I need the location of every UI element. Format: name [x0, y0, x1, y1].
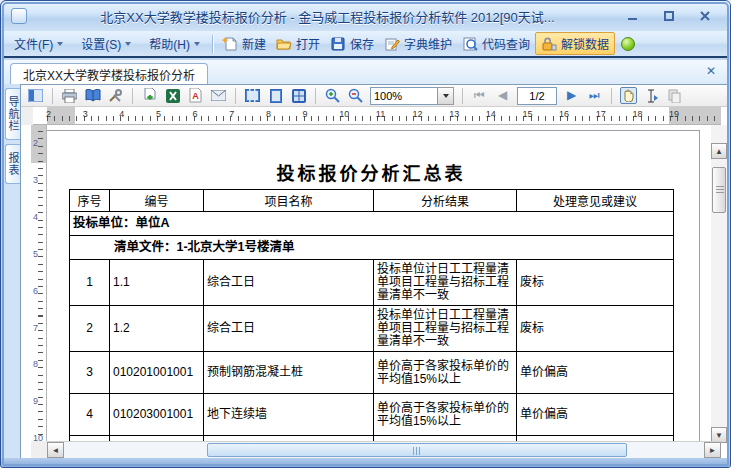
cell-seq: 1	[70, 260, 110, 306]
code-query-button[interactable]: 代码查询	[457, 33, 535, 54]
print-icon[interactable]	[61, 87, 78, 104]
table-row: 3 010201001001 预制钢筋混凝土桩 单价高于各家投标单价的平均值15…	[70, 352, 674, 394]
next-page-icon[interactable]: ▶	[563, 87, 580, 104]
ruler-number: 3	[83, 109, 88, 119]
last-page-icon[interactable]: ⏭	[586, 87, 603, 104]
code-query-label: 代码查询	[482, 35, 530, 52]
page-indicator-input[interactable]	[517, 87, 557, 105]
new-document-icon	[222, 36, 238, 52]
ruler-number: 9	[303, 109, 308, 119]
cell-suggestion: 废标	[517, 260, 674, 306]
scroll-up-icon[interactable]: ▲	[711, 143, 727, 159]
ruler-number: 13	[449, 109, 459, 119]
report-page: 投标报价分析汇总表 序号 编号 项目名称 分析结果 处理意见或建议	[47, 130, 700, 443]
menu-settings[interactable]: 设置(S)	[73, 32, 139, 55]
menu-help-label: 帮助(H)	[149, 35, 190, 52]
toolbar-separator	[132, 88, 133, 104]
tab-report-label: 北京XX大学教学楼投标报价分析	[23, 66, 195, 83]
table-header-row: 序号 编号 项目名称 分析结果 处理意见或建议	[70, 190, 674, 212]
thumb-grip	[716, 186, 724, 194]
sidebar-tab-navigation-label: 导航栏	[5, 96, 21, 132]
whole-page-view-icon[interactable]	[244, 87, 261, 104]
sidebar-tab-report-label: 报表	[5, 152, 21, 176]
zoom-input[interactable]	[370, 87, 438, 105]
list-file-group-label: 清单文件：1-北京大学1号楼清单	[70, 236, 674, 260]
multi-page-view-icon[interactable]	[290, 87, 307, 104]
scroll-left-icon[interactable]: ◄	[47, 442, 64, 458]
open-button[interactable]: 打开	[271, 33, 325, 54]
unlock-data-label: 解锁数据	[561, 35, 609, 52]
minimize-button[interactable]	[622, 8, 644, 24]
menu-help[interactable]: 帮助(H)	[141, 32, 208, 55]
cell-suggestion: 单价偏高	[517, 394, 674, 436]
options-tools-icon[interactable]	[107, 87, 124, 104]
cell-name: 预制钢筋混凝土桩	[204, 352, 374, 394]
copy-icon[interactable]	[666, 87, 683, 104]
window-bottom-border	[1, 458, 731, 467]
zoom-out-icon[interactable]	[347, 87, 364, 104]
list-file-group-row: 清单文件：1-北京大学1号楼清单	[70, 236, 674, 260]
ruler-number: 17	[596, 109, 606, 119]
vertical-scroll-thumb[interactable]	[712, 167, 726, 213]
prev-page-icon[interactable]: ◀	[494, 87, 511, 104]
page-view-icon[interactable]	[267, 87, 284, 104]
menu-file[interactable]: 文件(F)	[6, 32, 71, 55]
main-area: 导航栏 报表	[4, 84, 729, 459]
close-tab-icon[interactable]: ✕	[703, 63, 719, 79]
horizontal-scrollbar[interactable]: ◄ ►	[47, 441, 721, 458]
vertical-scrollbar[interactable]: ▲ ▼	[711, 125, 727, 443]
new-button[interactable]: 新建	[217, 33, 271, 54]
chevron-down-icon	[125, 42, 131, 46]
side-tab-strip: 导航栏 报表	[4, 84, 20, 459]
print-preview-panel: A	[20, 84, 729, 459]
send-mail-icon[interactable]	[210, 87, 227, 104]
menu-toolbar: 文件(F) 设置(S) 帮助(H) 新建 打开	[4, 31, 729, 58]
cell-seq: 2	[70, 306, 110, 352]
dictionary-maintain-button[interactable]: 字典维护	[379, 33, 457, 54]
ruler-ticks	[38, 131, 43, 443]
thumb-grip	[413, 447, 421, 455]
zoom-in-icon[interactable]	[324, 87, 341, 104]
title-bar: 北京XX大学教学楼投标报价分析 - 金马威工程投标报价分析软件 2012[90天…	[1, 1, 731, 31]
code-search-icon	[462, 36, 478, 52]
toolbar-separator	[212, 35, 213, 53]
export-pdf-icon[interactable]: A	[187, 87, 204, 104]
preview-canvas[interactable]: 投标报价分析汇总表 序号 编号 项目名称 分析结果 处理意见或建议	[47, 125, 705, 443]
maximize-button[interactable]	[658, 8, 680, 24]
ruler-number: 9	[33, 396, 38, 406]
sidebar-tab-navigation[interactable]: 导航栏	[5, 88, 20, 140]
zoom-dropdown-button[interactable]	[438, 87, 454, 105]
sidebar-tab-report[interactable]: 报表	[5, 144, 20, 184]
cell-analysis: 单价高于各家投标单价的平均值15%以上	[374, 394, 517, 436]
unlock-data-button[interactable]: 解锁数据	[535, 32, 615, 55]
ruler-number: 2	[33, 138, 38, 148]
scroll-right-icon[interactable]: ►	[704, 442, 721, 458]
export-excel-icon[interactable]	[164, 87, 181, 104]
ruler-number: 19	[669, 109, 679, 119]
toggle-panel-icon[interactable]	[27, 87, 44, 104]
ruler-number: 8	[33, 359, 38, 369]
toolbar-separator	[235, 88, 236, 104]
ruler-number: 2	[46, 109, 51, 119]
page-setup-icon[interactable]	[84, 87, 101, 104]
unlock-data-icon	[541, 36, 557, 52]
close-button[interactable]	[694, 8, 716, 24]
cell-suggestion: 单价偏高	[517, 352, 674, 394]
green-status-ball-icon	[621, 37, 635, 51]
export-file-icon[interactable]	[141, 87, 158, 104]
save-button[interactable]: 保存	[325, 33, 379, 54]
tab-report[interactable]: 北京XX大学教学楼投标报价分析	[10, 63, 208, 84]
menu-file-label: 文件(F)	[14, 35, 53, 52]
cell-analysis: 单价高于各家投标单价的平均值15%以上	[374, 352, 517, 394]
application-window: 北京XX大学教学楼投标报价分析 - 金马威工程投标报价分析软件 2012[90天…	[0, 0, 731, 468]
hand-tool-icon[interactable]	[620, 87, 637, 104]
first-page-icon[interactable]: ⏮	[471, 87, 488, 104]
cell-code: 1.1	[110, 260, 204, 306]
ruler-number: 18	[632, 109, 642, 119]
cell-code: 1.2	[110, 306, 204, 352]
text-select-tool-icon[interactable]	[643, 87, 660, 104]
scrollbar-corner	[31, 441, 47, 458]
col-header-suggestion: 处理意见或建议	[517, 190, 674, 212]
horizontal-scroll-thumb[interactable]	[207, 443, 627, 457]
report-table: 序号 编号 项目名称 分析结果 处理意见或建议 投标单位：单位A	[69, 189, 674, 443]
